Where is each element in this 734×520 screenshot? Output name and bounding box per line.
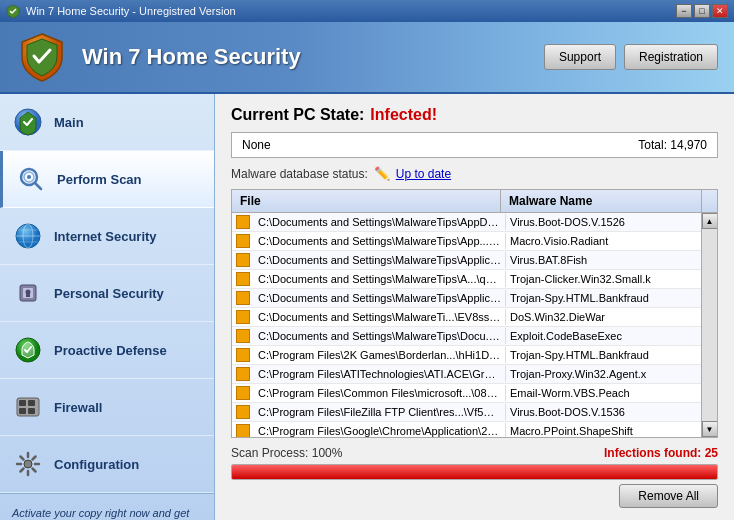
header-left: Win 7 Home Security <box>16 31 301 83</box>
none-bar: None Total: 14,970 <box>231 132 718 158</box>
sidebar-item-firewall[interactable]: Firewall <box>0 379 214 436</box>
sidebar-item-personal-security[interactable]: Personal Security <box>0 265 214 322</box>
support-button[interactable]: Support <box>544 44 616 70</box>
svg-line-25 <box>21 457 24 460</box>
sidebar-item-perform-scan-label: Perform Scan <box>57 172 142 187</box>
main-content: Current PC State: Infected! None Total: … <box>215 94 734 520</box>
sidebar-item-configuration[interactable]: Configuration <box>0 436 214 493</box>
db-status-value[interactable]: Up to date <box>396 167 451 181</box>
row-file: C:\Program Files\FileZilla FTP Client\re… <box>254 404 505 420</box>
row-malware: Trojan-Clicker.Win32.Small.k <box>505 271 701 287</box>
row-indicator <box>236 386 250 400</box>
sidebar-item-configuration-label: Configuration <box>54 457 139 472</box>
internet-security-icon <box>12 220 44 252</box>
configuration-icon <box>12 448 44 480</box>
row-file: C:\Documents and Settings\MalwareTi...\E… <box>254 309 505 325</box>
svg-line-28 <box>21 469 24 472</box>
content-area: Main Perform Scan <box>0 94 734 520</box>
table-row[interactable]: C:\Program Files\FileZilla FTP Client\re… <box>232 403 701 422</box>
row-indicator <box>236 253 250 267</box>
row-file: C:\Program Files\Common Files\microsoft.… <box>254 385 505 401</box>
scan-info-row: Scan Process: 100% Infections found: 25 <box>231 446 718 460</box>
row-malware: Macro.Visio.Radiant <box>505 233 701 249</box>
header-shield-icon <box>16 31 68 83</box>
title-bar: Win 7 Home Security - Unregistred Versio… <box>0 0 734 22</box>
svg-rect-13 <box>26 294 30 297</box>
row-indicator <box>236 405 250 419</box>
sidebar-footer: Activate your copy right now and get ful… <box>0 493 214 520</box>
row-indicator <box>236 310 250 324</box>
row-indicator <box>236 234 250 248</box>
row-indicator <box>236 272 250 286</box>
row-indicator <box>236 367 250 381</box>
table-row[interactable]: C:\Documents and Settings\MalwareTips\Ap… <box>232 232 701 251</box>
table-row[interactable]: C:\Program Files\2K Games\Borderlan...\h… <box>232 346 701 365</box>
svg-rect-19 <box>28 408 35 414</box>
col-file-header: File <box>232 190 501 212</box>
none-label: None <box>242 138 271 152</box>
maximize-button[interactable]: □ <box>694 4 710 18</box>
row-malware: Virus.Boot-DOS.V.1536 <box>505 404 701 420</box>
svg-line-3 <box>35 183 41 189</box>
scrollbar-up[interactable]: ▲ <box>702 213 718 229</box>
row-file: C:\Program Files\2K Games\Borderlan...\h… <box>254 347 505 363</box>
table-row[interactable]: C:\Program Files\Google\Chrome\Applicati… <box>232 422 701 437</box>
db-status-row: Malware database status: ✏️ Up to date <box>231 166 718 181</box>
sidebar-item-main[interactable]: Main <box>0 94 214 151</box>
minimize-button[interactable]: − <box>676 4 692 18</box>
title-bar-left: Win 7 Home Security - Unregistred Versio… <box>6 4 236 18</box>
db-status-icon: ✏️ <box>374 166 390 181</box>
table-row[interactable]: C:\Documents and Settings\MalwareTips\Ap… <box>232 289 701 308</box>
db-status-label: Malware database status: <box>231 167 368 181</box>
main-icon <box>12 106 44 138</box>
row-file: C:\Program Files\ATITechnologies\ATI.ACE… <box>254 366 505 382</box>
svg-rect-18 <box>19 408 26 414</box>
row-malware: DoS.Win32.DieWar <box>505 309 701 325</box>
sidebar-item-firewall-label: Firewall <box>54 400 102 415</box>
total-label: Total: 14,970 <box>638 138 707 152</box>
sidebar-item-perform-scan[interactable]: Perform Scan <box>0 151 214 208</box>
pc-state-label: Current PC State: <box>231 106 364 124</box>
progress-bar-fill <box>232 465 717 479</box>
scrollbar[interactable]: ▲ ▼ <box>701 213 717 437</box>
registration-button[interactable]: Registration <box>624 44 718 70</box>
sidebar-item-internet-security[interactable]: Internet Security <box>0 208 214 265</box>
svg-point-4 <box>27 175 31 179</box>
bottom-status: Scan Process: 100% Infections found: 25 … <box>231 446 718 508</box>
row-indicator <box>236 424 250 437</box>
row-malware: Virus.BAT.8Fish <box>505 252 701 268</box>
scan-process-label: Scan Process: 100% <box>231 446 342 460</box>
table-row[interactable]: C:\Documents and Settings\MalwareTips\Do… <box>232 327 701 346</box>
row-file: C:\Documents and Settings\MalwareTips\Ap… <box>254 290 505 306</box>
row-malware: Email-Worm.VBS.Peach <box>505 385 701 401</box>
main-window: Win 7 Home Security Support Registration <box>0 22 734 520</box>
row-indicator <box>236 329 250 343</box>
remove-all-button[interactable]: Remove All <box>619 484 718 508</box>
table-with-scroll: C:\Documents and Settings\MalwareTips\Ap… <box>232 213 717 437</box>
row-file: C:\Documents and Settings\MalwareTips\Ap… <box>254 214 505 230</box>
progress-bar <box>231 464 718 480</box>
row-file: C:\Documents and Settings\MalwareTips\A.… <box>254 271 505 287</box>
header: Win 7 Home Security Support Registration <box>0 22 734 94</box>
table-row[interactable]: C:\Program Files\Common Files\microsoft.… <box>232 384 701 403</box>
row-indicator <box>236 348 250 362</box>
header-buttons: Support Registration <box>544 44 718 70</box>
table-row[interactable]: C:\Documents and Settings\MalwareTi...\E… <box>232 308 701 327</box>
row-malware: Trojan-Spy.HTML.Bankfraud <box>505 290 701 306</box>
row-indicator <box>236 291 250 305</box>
app-icon <box>6 4 20 18</box>
row-file: C:\Program Files\Google\Chrome\Applicati… <box>254 423 505 437</box>
close-button[interactable]: ✕ <box>712 4 728 18</box>
sidebar-item-proactive-defense[interactable]: Proactive Defense <box>0 322 214 379</box>
table-row[interactable]: C:\Documents and Settings\MalwareTips\A.… <box>232 270 701 289</box>
row-malware: Macro.PPoint.ShapeShift <box>505 423 701 437</box>
row-file: C:\Documents and Settings\MalwareTips\Ap… <box>254 252 505 268</box>
table-row[interactable]: C:\Documents and Settings\MalwareTips\Ap… <box>232 251 701 270</box>
scan-table: File Malware Name C:\Documents and Setti… <box>231 189 718 438</box>
table-row[interactable]: C:\Program Files\ATITechnologies\ATI.ACE… <box>232 365 701 384</box>
col-malware-header: Malware Name <box>501 190 701 212</box>
sidebar-item-internet-security-label: Internet Security <box>54 229 157 244</box>
table-row[interactable]: C:\Documents and Settings\MalwareTips\Ap… <box>232 213 701 232</box>
scrollbar-down[interactable]: ▼ <box>702 421 718 437</box>
svg-rect-16 <box>19 400 26 406</box>
